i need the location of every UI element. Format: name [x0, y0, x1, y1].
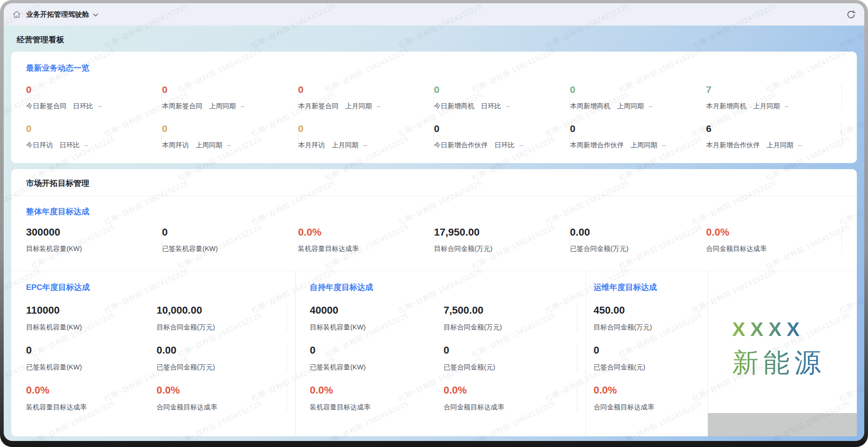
stat-cell: 0 今日拜访日环比–	[26, 123, 162, 150]
company-logo-panel: XXXX 新能源	[708, 271, 857, 436]
logo-panel-gray-block	[708, 413, 857, 436]
stat-value: 0	[444, 344, 571, 357]
self-hold-target-title: 自持年度目标达成	[310, 282, 577, 293]
stat-value: 0	[434, 84, 561, 96]
stat-compare-value: –	[227, 141, 231, 149]
overall-target-grid: 300000 目标装机容量(KW) 0 已签装机容量(KW) 0.0% 装机容量…	[26, 226, 842, 253]
stat-compare-value: –	[785, 102, 788, 110]
refresh-icon[interactable]	[846, 9, 856, 20]
stat-value: 0	[162, 84, 289, 96]
stat-label: 合同金额目标达成率	[157, 402, 280, 412]
stat-value: 0	[26, 344, 150, 357]
stat-compare-value: –	[798, 141, 802, 149]
stat-label: 合同金额目标达成率	[444, 402, 571, 412]
stat-label: 已签装机容量(KW)	[162, 244, 289, 253]
market-target-header: 市场开拓目标管理	[11, 169, 857, 196]
stat-value: 450.00	[594, 304, 696, 317]
stat-value: 7,500.00	[444, 304, 571, 317]
stat-value: 0	[298, 123, 425, 135]
stat-cell: 0.00 已签合同金额(万元)	[157, 344, 287, 372]
stat-value: 0.00	[570, 226, 697, 238]
stat-compare-text: 上周同期	[209, 102, 236, 110]
stat-label: 已签合同金额(万元)	[570, 244, 697, 253]
stat-value: 10,000.00	[157, 304, 280, 317]
stat-compare-value: –	[662, 141, 666, 149]
stat-cell: 0 本周新增合作伙伴上周同期–	[570, 123, 706, 150]
stat-label: 今日新增合作伙伴日环比–	[434, 140, 561, 150]
stat-compare-text: 上月同期	[767, 141, 794, 149]
self-hold-target-grid: 40000 目标装机容量(KW) 7,500.00 目标合同金额(万元) 0 已…	[310, 304, 577, 412]
stat-value: 0	[26, 123, 153, 135]
stat-value: 0.0%	[706, 226, 833, 238]
stat-label: 本月新增商机上月同期–	[706, 101, 833, 111]
stat-cell: 0 本周新签合同上周同期–	[162, 84, 298, 111]
dashboard-body: 经营管理看板 最新业务动态一览 0 今日新签合同日环比– 0	[4, 26, 864, 441]
stat-cell: 7 本月新增商机上月同期–	[706, 84, 842, 111]
stat-label: 目标装机容量(KW)	[26, 244, 153, 253]
stat-cell: 0 已签装机容量(KW)	[310, 344, 444, 372]
stat-label: 目标装机容量(KW)	[310, 322, 437, 332]
stat-label: 已签装机容量(KW)	[26, 362, 150, 372]
stat-cell: 0 本月拜访上月同期–	[298, 123, 434, 150]
stat-compare-text: 上周同期	[630, 141, 657, 149]
stat-cell: 0.0% 合同金额目标达成率	[706, 226, 842, 253]
stat-value: 0	[162, 226, 289, 238]
stat-value: 7	[706, 84, 833, 96]
stat-compare-text: 上月同期	[345, 102, 372, 110]
stat-label: 本月拜访上月同期–	[298, 140, 425, 150]
stat-label-text: 本周新增合作伙伴	[570, 141, 624, 149]
stat-cell: 7,500.00 目标合同金额(万元)	[444, 304, 578, 332]
stat-label: 本周拜访上周同期–	[162, 140, 289, 150]
stat-compare-value: –	[648, 102, 652, 110]
stat-cell: 0.0% 合同金额目标达成率	[444, 384, 578, 412]
stat-value: 0	[570, 84, 697, 96]
home-icon[interactable]	[12, 10, 21, 19]
epc-target-grid: 110000 目标装机容量(KW) 10,000.00 目标合同金额(万元) 0…	[26, 304, 287, 412]
stat-value: 0.00	[157, 344, 280, 357]
page-title-dropdown[interactable]: 业务开拓管理驾驶舱	[26, 10, 99, 19]
stat-cell: 0 今日新增商机日环比–	[434, 84, 570, 111]
stat-value: 0	[26, 84, 153, 96]
stat-compare-value: –	[363, 141, 367, 149]
stat-cell: 0.0% 合同金额目标达成率	[157, 384, 287, 412]
app-window: 业务开拓管理驾驶舱 经营管理看板 最新业务动态一览	[4, 3, 864, 441]
stat-cell: 0 本月新签合同上月同期–	[298, 84, 434, 111]
board-title: 经营管理看板	[4, 26, 864, 52]
stat-value: 0	[310, 344, 437, 357]
stat-label: 目标装机容量(KW)	[26, 322, 150, 332]
stat-label: 已签合同金额(元)	[594, 362, 696, 372]
stat-label-text: 本周拜访	[162, 141, 189, 149]
epc-target-title: EPC年度目标达成	[26, 282, 287, 293]
stat-cell: 0 已签装机容量(KW)	[162, 226, 298, 253]
latest-activity-grid: 0 今日新签合同日环比– 0 本周新签合同上周同期– 0	[26, 84, 842, 150]
stat-label: 装机容量目标达成率	[298, 244, 425, 253]
stat-cell: 300000 目标装机容量(KW)	[26, 226, 162, 253]
stat-compare-text: 日环比	[481, 102, 501, 110]
stat-value: 0.0%	[310, 384, 437, 397]
stat-cell: 0 今日新签合同日环比–	[26, 84, 162, 111]
stat-value: 110000	[26, 304, 150, 317]
stat-cell: 17,950.00 目标合同金额(万元)	[434, 226, 570, 253]
stat-cell: 0.0% 装机容量目标达成率	[310, 384, 444, 412]
stat-label-text: 本周新增商机	[570, 102, 610, 110]
stat-label: 已签合同金额(万元)	[157, 362, 280, 372]
stat-value: 0.0%	[298, 226, 425, 238]
stat-cell: 0 本周拜访上周同期–	[162, 123, 298, 150]
page-title: 业务开拓管理驾驶舱	[26, 10, 89, 19]
stat-value: 0.0%	[444, 384, 571, 397]
stat-compare-value: –	[506, 102, 510, 110]
stat-cell: 0.0% 合同金额目标达成率	[594, 384, 703, 412]
stat-compare-value: –	[240, 102, 244, 110]
stat-cell: 0 本周新增商机上周同期–	[570, 84, 706, 111]
self-hold-target-section: 自持年度目标达成 40000 目标装机容量(KW) 7,500.00 目标合同金…	[295, 271, 586, 436]
overall-target-title: 整体年度目标达成	[26, 206, 842, 217]
stat-label-text: 今日拜访	[26, 141, 53, 149]
stat-value: 0	[298, 84, 425, 96]
stat-compare-text: 上周同期	[195, 141, 222, 149]
stat-label-text: 本月拜访	[298, 141, 325, 149]
stat-compare-text: 日环比	[494, 141, 515, 149]
stat-label-text: 今日新增商机	[434, 102, 474, 110]
stat-value: 0	[570, 123, 697, 135]
epc-target-section: EPC年度目标达成 110000 目标装机容量(KW) 10,000.00 目标…	[11, 271, 295, 436]
stat-cell: 0.0% 装机容量目标达成率	[26, 384, 157, 412]
